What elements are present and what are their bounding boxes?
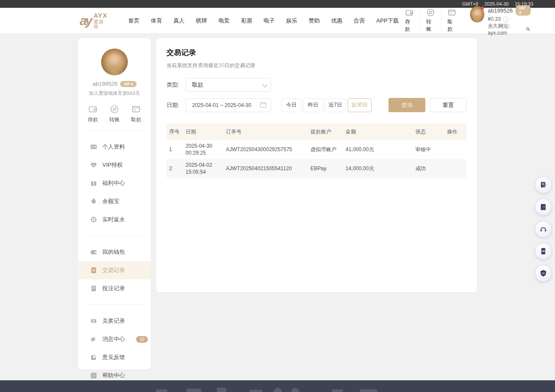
range-yesterday-button[interactable]: 昨日 (303, 98, 323, 112)
row-datetime: 2025-04-3000:29:25 (184, 143, 224, 156)
col-date: 日期 (184, 128, 224, 136)
range-today-button[interactable]: 今日 (281, 98, 301, 112)
profile-sidebar: ab199526 VIP 4 加入爱游戏体育第563天 存款 转账 取款 个人资… (78, 38, 151, 369)
row-order-no: AJWT202504300029257575 (224, 146, 309, 152)
sidebar-item-welfare[interactable]: 福利中心 (78, 174, 151, 192)
sidebar-item-transactions[interactable]: 交易记录 (78, 261, 151, 279)
col-account: 提款账户 (309, 128, 344, 136)
query-button[interactable]: 查询 (388, 98, 425, 112)
nav-live[interactable]: 真人 (173, 17, 185, 25)
unread-count-badge: 10 (136, 336, 148, 343)
transfer-button[interactable]: 转账 (420, 8, 441, 33)
type-filter-row: 类型: 取款 (166, 78, 467, 92)
sidebar-menu-group-3: 兑奖记录 消息中心 10 意见反馈 ? 帮助中心 (78, 312, 151, 385)
transfer-icon (426, 8, 435, 17)
sidebar-item-feedback[interactable]: 意见反馈 (78, 348, 151, 366)
app-download-float-button[interactable]: APP (535, 243, 552, 259)
sidebar-vip-badge: VIP 4 (120, 81, 137, 87)
notification-dot (481, 6, 484, 10)
row-amount: 14,000.00元 (344, 165, 414, 172)
footer-partner-logo (332, 389, 343, 392)
type-select-value: 取款 (192, 81, 262, 89)
nav-sports[interactable]: 体育 (151, 17, 162, 25)
sidebar-item-profile[interactable]: 个人资料 (78, 138, 151, 156)
sidebar-item-wallet[interactable]: 我的钱包 (78, 243, 151, 261)
sidebar-item-bets[interactable]: 投注记录 (78, 279, 151, 298)
feedback-float-button[interactable] (535, 177, 552, 193)
row-index: 2 (166, 165, 184, 172)
deposit-button[interactable]: 存款 (399, 8, 420, 33)
refresh-balance-icon[interactable]: ⌄ (503, 16, 509, 22)
date-range-input[interactable]: 2025-04-01 ~ 2025-04-30 (186, 98, 271, 112)
footer-partner-logo (360, 389, 377, 392)
avatar-image (101, 49, 128, 75)
transfer-icon (110, 104, 119, 114)
nav-boardgames[interactable]: 棋牌 (196, 17, 207, 25)
footer-partner-logo (291, 388, 299, 392)
nav-sponsor[interactable]: 赞助 (309, 17, 320, 25)
app-phone-icon: APP (539, 247, 547, 255)
table-header-row: 序号 日期 订单号 提款账户 金额 状态 操作 (166, 123, 467, 140)
nav-app-download[interactable]: APP下载 (376, 17, 399, 25)
sidebar-wallet-actions: 存款 转账 取款 (78, 104, 151, 123)
divider (84, 305, 145, 305)
svg-text:OK: OK (542, 272, 545, 275)
help-float-button[interactable]: ? (535, 199, 552, 215)
reset-button[interactable]: 重置 (430, 98, 467, 112)
sidebar-item-yuebao[interactable]: 余额宝 (78, 192, 151, 211)
date-filter-row: 日期: 2025-04-01 ~ 2025-04-30 今日 昨日 近7日 近3… (166, 98, 467, 112)
page-body: ab199526 VIP 4 加入爱游戏体育第563天 存款 转账 取款 个人资… (0, 34, 555, 380)
nav-partner[interactable]: 合营 (354, 17, 365, 25)
user-summary[interactable]: ab199526 VIP 4 ¥0.33 ⌄ 永久网址: ayx.com 🔍︎ (470, 5, 531, 36)
row-account: EBPay (309, 165, 344, 172)
document-edit-icon (539, 181, 547, 189)
footer-partner-logo (274, 388, 282, 392)
header-quick-actions: 存款 转账 取款 (399, 8, 462, 33)
type-filter-label: 类型: (166, 81, 186, 89)
col-amount: 金额 (344, 128, 414, 136)
nav-promo[interactable]: 优惠 (331, 17, 343, 25)
type-select[interactable]: 取款 (186, 78, 271, 92)
customer-service-float-button[interactable] (535, 221, 552, 237)
footer-partner-logo (217, 388, 226, 392)
main-header: ay AYX 爱游戏 首页 体育 真人 棋牌 电竞 彩票 电子 娱乐 赞助 优惠… (0, 8, 555, 34)
sidebar-menu-group-1: 个人资料 VIP特权 福利中心 余额宝 实时返水 (78, 138, 151, 229)
col-order-no: 订单号 (224, 128, 309, 136)
nav-entertainment[interactable]: 娱乐 (286, 17, 297, 25)
nav-home[interactable]: 首页 (128, 17, 140, 25)
search-icon[interactable]: 🔍︎ (526, 26, 531, 32)
withdraw-button[interactable]: 取款 (441, 8, 462, 33)
sidebar-withdraw-button[interactable]: 取款 (131, 104, 141, 123)
svg-text:?: ? (92, 374, 95, 378)
gift-icon (90, 180, 97, 187)
security-float-button[interactable]: OK (535, 265, 552, 282)
transactions-table: 序号 日期 订单号 提款账户 金额 状态 操作 1 2025-04-3000:2… (166, 123, 467, 178)
floating-action-stack: ? APP OK (535, 177, 552, 282)
range-7days-button[interactable]: 近7日 (325, 98, 346, 112)
wallet-icon (90, 249, 97, 256)
sidebar-item-messages[interactable]: 消息中心 10 (78, 330, 151, 348)
sidebar-item-prizes[interactable]: 兑奖记录 (78, 312, 151, 330)
col-action: 操作 (445, 128, 467, 136)
nav-esports[interactable]: 电竞 (219, 17, 230, 25)
row-order-no: AJWT202504021505541120 (224, 165, 309, 172)
prize-icon (90, 317, 97, 324)
money-pouch-icon (90, 198, 97, 205)
footer-bar (0, 380, 555, 392)
brand-logo[interactable]: ay AYX 爱游戏 (80, 12, 108, 29)
id-card-icon (90, 143, 97, 150)
date-filter-label: 日期: (166, 101, 186, 109)
nav-slots[interactable]: 电子 (264, 17, 275, 25)
sidebar-username: ab199526 (92, 81, 118, 87)
sidebar-deposit-button[interactable]: 存款 (88, 104, 98, 123)
nav-lottery[interactable]: 彩票 (241, 17, 252, 25)
range-30days-button[interactable]: 近30日 (348, 98, 372, 112)
page-title: 交易记录 (166, 48, 467, 58)
sidebar-item-vip[interactable]: VIP特权 (78, 156, 151, 174)
sidebar-transfer-button[interactable]: 转账 (109, 104, 120, 123)
transaction-list-icon (90, 267, 97, 274)
bet-record-icon (90, 285, 97, 292)
sidebar-item-rebate[interactable]: 实时返水 (78, 211, 151, 229)
sidebar-avatar[interactable] (101, 49, 128, 75)
row-datetime: 2025-04-0215:05:54 (184, 162, 224, 175)
